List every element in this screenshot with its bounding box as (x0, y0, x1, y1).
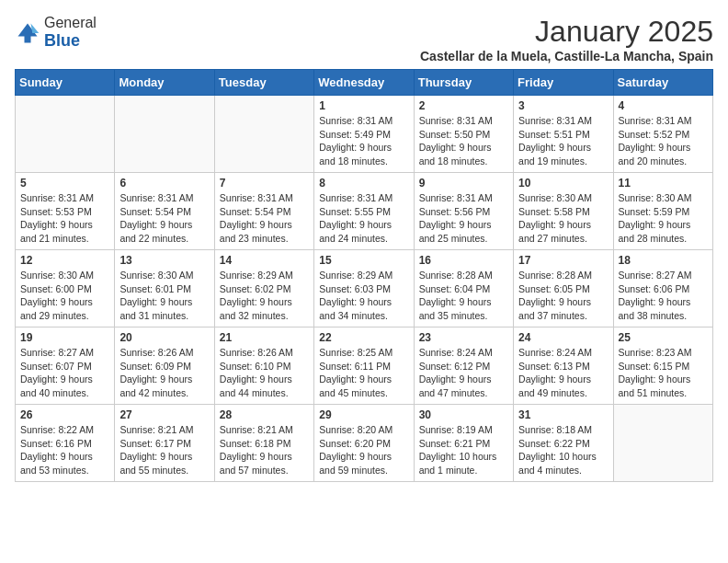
calendar-cell: 11Sunrise: 8:30 AM Sunset: 5:59 PM Dayli… (613, 173, 712, 250)
day-number: 19 (20, 331, 109, 344)
logo-icon (15, 20, 40, 46)
logo-text-blue: Blue (44, 31, 97, 51)
col-header-monday: Monday (115, 70, 214, 96)
calendar-cell: 29Sunrise: 8:20 AM Sunset: 6:20 PM Dayli… (314, 405, 414, 482)
day-info: Sunrise: 8:26 AM Sunset: 6:10 PM Dayligh… (220, 346, 309, 400)
week-row-3: 12Sunrise: 8:30 AM Sunset: 6:00 PM Dayli… (16, 250, 713, 327)
day-number: 13 (119, 254, 209, 267)
col-header-sunday: Sunday (16, 70, 115, 96)
day-info: Sunrise: 8:27 AM Sunset: 6:06 PM Dayligh… (619, 269, 708, 323)
day-number: 22 (319, 331, 408, 344)
day-info: Sunrise: 8:31 AM Sunset: 5:51 PM Dayligh… (518, 114, 608, 168)
day-number: 12 (20, 254, 109, 267)
col-header-friday: Friday (514, 70, 613, 96)
day-info: Sunrise: 8:29 AM Sunset: 6:02 PM Dayligh… (220, 269, 309, 323)
day-info: Sunrise: 8:31 AM Sunset: 5:53 PM Dayligh… (20, 191, 109, 246)
day-info: Sunrise: 8:30 AM Sunset: 5:58 PM Dayligh… (518, 191, 608, 246)
calendar-cell: 17Sunrise: 8:28 AM Sunset: 6:05 PM Dayli… (514, 250, 613, 327)
calendar-cell (613, 405, 712, 482)
day-info: Sunrise: 8:31 AM Sunset: 5:49 PM Dayligh… (319, 114, 408, 168)
day-number: 2 (419, 99, 508, 112)
day-info: Sunrise: 8:21 AM Sunset: 6:17 PM Dayligh… (119, 423, 209, 477)
day-number: 9 (419, 177, 508, 190)
calendar-cell: 14Sunrise: 8:29 AM Sunset: 6:02 PM Dayli… (214, 250, 313, 327)
day-number: 24 (518, 331, 608, 344)
col-header-wednesday: Wednesday (314, 70, 414, 96)
day-number: 28 (220, 408, 309, 421)
day-info: Sunrise: 8:30 AM Sunset: 6:01 PM Dayligh… (119, 269, 209, 323)
calendar-cell: 6Sunrise: 8:31 AM Sunset: 5:54 PM Daylig… (115, 173, 214, 250)
day-info: Sunrise: 8:31 AM Sunset: 5:55 PM Dayligh… (319, 191, 408, 246)
day-info: Sunrise: 8:31 AM Sunset: 5:56 PM Dayligh… (419, 191, 508, 246)
day-info: Sunrise: 8:18 AM Sunset: 6:22 PM Dayligh… (518, 423, 608, 477)
day-info: Sunrise: 8:22 AM Sunset: 6:16 PM Dayligh… (20, 423, 109, 477)
day-info: Sunrise: 8:31 AM Sunset: 5:54 PM Dayligh… (220, 191, 309, 246)
calendar-cell: 23Sunrise: 8:24 AM Sunset: 6:12 PM Dayli… (414, 327, 513, 405)
day-number: 1 (319, 99, 408, 112)
calendar-cell: 21Sunrise: 8:26 AM Sunset: 6:10 PM Dayli… (214, 327, 313, 405)
day-info: Sunrise: 8:23 AM Sunset: 6:15 PM Dayligh… (619, 346, 708, 400)
calendar-cell: 18Sunrise: 8:27 AM Sunset: 6:06 PM Dayli… (613, 250, 712, 327)
logo-text-general: General (44, 15, 97, 31)
day-number: 25 (619, 331, 708, 344)
day-number: 27 (119, 408, 209, 421)
calendar-cell: 13Sunrise: 8:30 AM Sunset: 6:01 PM Dayli… (115, 250, 214, 327)
calendar-cell: 8Sunrise: 8:31 AM Sunset: 5:55 PM Daylig… (314, 173, 414, 250)
day-number: 10 (518, 177, 608, 190)
calendar-cell (115, 96, 214, 173)
calendar-cell: 31Sunrise: 8:18 AM Sunset: 6:22 PM Dayli… (514, 405, 613, 482)
day-number: 20 (119, 331, 209, 344)
day-info: Sunrise: 8:28 AM Sunset: 6:04 PM Dayligh… (419, 269, 508, 323)
week-row-1: 1Sunrise: 8:31 AM Sunset: 5:49 PM Daylig… (16, 96, 713, 173)
day-number: 15 (319, 254, 408, 267)
calendar-cell: 2Sunrise: 8:31 AM Sunset: 5:50 PM Daylig… (414, 96, 513, 173)
logo: General Blue (15, 15, 97, 51)
week-row-2: 5Sunrise: 8:31 AM Sunset: 5:53 PM Daylig… (16, 173, 713, 250)
day-number: 16 (419, 254, 508, 267)
week-row-5: 26Sunrise: 8:22 AM Sunset: 6:16 PM Dayli… (16, 405, 713, 482)
day-number: 31 (518, 408, 608, 421)
calendar-cell: 10Sunrise: 8:30 AM Sunset: 5:58 PM Dayli… (514, 173, 613, 250)
day-info: Sunrise: 8:20 AM Sunset: 6:20 PM Dayligh… (319, 423, 408, 477)
calendar-cell: 22Sunrise: 8:25 AM Sunset: 6:11 PM Dayli… (314, 327, 414, 405)
calendar-cell: 24Sunrise: 8:24 AM Sunset: 6:13 PM Dayli… (514, 327, 613, 405)
title-block: January 2025 Castellar de la Muela, Cast… (420, 15, 713, 63)
calendar-cell: 16Sunrise: 8:28 AM Sunset: 6:04 PM Dayli… (414, 250, 513, 327)
page-header: General Blue January 2025 Castellar de l… (15, 15, 713, 63)
calendar-header-row: SundayMondayTuesdayWednesdayThursdayFrid… (16, 70, 713, 96)
col-header-tuesday: Tuesday (214, 70, 313, 96)
day-number: 17 (518, 254, 608, 267)
day-number: 30 (419, 408, 508, 421)
calendar-cell: 7Sunrise: 8:31 AM Sunset: 5:54 PM Daylig… (214, 173, 313, 250)
calendar-table: SundayMondayTuesdayWednesdayThursdayFrid… (15, 69, 713, 482)
calendar-cell: 5Sunrise: 8:31 AM Sunset: 5:53 PM Daylig… (16, 173, 115, 250)
day-info: Sunrise: 8:24 AM Sunset: 6:13 PM Dayligh… (518, 346, 608, 400)
calendar-cell (16, 96, 115, 173)
calendar-cell: 15Sunrise: 8:29 AM Sunset: 6:03 PM Dayli… (314, 250, 414, 327)
day-info: Sunrise: 8:31 AM Sunset: 5:54 PM Dayligh… (119, 191, 209, 246)
week-row-4: 19Sunrise: 8:27 AM Sunset: 6:07 PM Dayli… (16, 327, 713, 405)
main-title: January 2025 (420, 15, 713, 49)
day-number: 3 (518, 99, 608, 112)
day-number: 21 (220, 331, 309, 344)
day-info: Sunrise: 8:25 AM Sunset: 6:11 PM Dayligh… (319, 346, 408, 400)
day-info: Sunrise: 8:31 AM Sunset: 5:52 PM Dayligh… (619, 114, 708, 168)
day-info: Sunrise: 8:19 AM Sunset: 6:21 PM Dayligh… (419, 423, 508, 477)
calendar-cell: 26Sunrise: 8:22 AM Sunset: 6:16 PM Dayli… (16, 405, 115, 482)
day-number: 11 (619, 177, 708, 190)
calendar-cell: 3Sunrise: 8:31 AM Sunset: 5:51 PM Daylig… (514, 96, 613, 173)
subtitle: Castellar de la Muela, Castille-La Manch… (420, 49, 713, 63)
day-info: Sunrise: 8:29 AM Sunset: 6:03 PM Dayligh… (319, 269, 408, 323)
calendar-cell: 27Sunrise: 8:21 AM Sunset: 6:17 PM Dayli… (115, 405, 214, 482)
day-info: Sunrise: 8:24 AM Sunset: 6:12 PM Dayligh… (419, 346, 508, 400)
calendar-cell: 20Sunrise: 8:26 AM Sunset: 6:09 PM Dayli… (115, 327, 214, 405)
day-info: Sunrise: 8:26 AM Sunset: 6:09 PM Dayligh… (119, 346, 209, 400)
day-info: Sunrise: 8:28 AM Sunset: 6:05 PM Dayligh… (518, 269, 608, 323)
day-number: 14 (220, 254, 309, 267)
calendar-cell: 25Sunrise: 8:23 AM Sunset: 6:15 PM Dayli… (613, 327, 712, 405)
day-number: 18 (619, 254, 708, 267)
calendar-cell: 4Sunrise: 8:31 AM Sunset: 5:52 PM Daylig… (613, 96, 712, 173)
day-number: 23 (419, 331, 508, 344)
calendar-cell: 19Sunrise: 8:27 AM Sunset: 6:07 PM Dayli… (16, 327, 115, 405)
day-number: 26 (20, 408, 109, 421)
